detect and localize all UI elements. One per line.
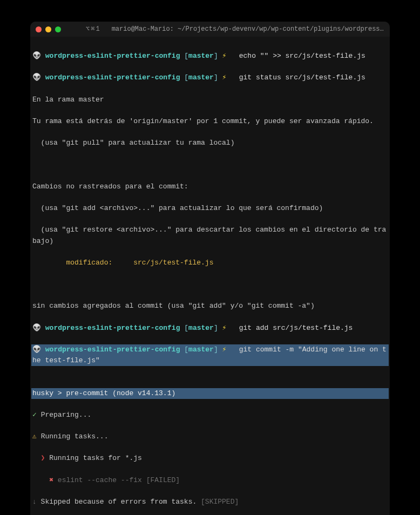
task-text: Running tasks... [37,432,109,441]
task-line: ↓ Skipped because of errors from tasks. … [31,497,389,507]
maximize-icon[interactable] [55,26,61,32]
lightning-icon: ⚡ [222,52,227,60]
prompt-dir: wordpress-eslint-prettier-config [45,52,180,60]
output-blank [31,160,389,171]
output-text: (usa "git restore <archivo>..." para des… [31,225,389,246]
branch-name: master [188,73,214,82]
task-text: Running tasks for *.js [45,454,141,462]
prompt-line: 👽 wordpress-eslint-prettier-config [mast… [31,72,389,83]
husky-line: husky > pre-commit (node v14.13.1) [31,388,389,399]
branch-close: ] [214,324,218,332]
alien-icon: 👽 [32,73,41,82]
task-line: ✓ Preparing... [31,410,389,421]
output-text: sin cambios agregados al commit (usa "gi… [31,301,389,311]
task-text: Skipped because of errors from tasks. [37,498,197,506]
branch-open: [ [184,324,188,332]
terminal-content[interactable]: 👽 wordpress-eslint-prettier-config [mast… [30,37,390,515]
prompt-line: 👽 wordpress-eslint-prettier-config [mast… [31,323,389,334]
branch-name: master [188,52,214,60]
branch-open: [ [184,52,188,60]
task-line: ✖ eslint --cache --fix [FAILED] [31,475,389,486]
shortcut-label: ⌥⌘1 [86,24,101,35]
window-title: mario@Mac-Mario: ~/Projects/wp-devenv/wp… [112,24,384,35]
modified-label: modificado: [32,259,133,267]
prompt-dir: wordpress-eslint-prettier-config [45,345,180,354]
command-text: git status src/js/test-file.js [239,73,365,82]
output-text: (usa "git add <archivo>..." para actuali… [31,203,389,214]
output-text: En la rama master [31,94,389,105]
alien-icon: 👽 [32,52,41,60]
window-controls [36,26,61,32]
branch-close: ] [214,345,218,354]
command-text: git add src/js/test-file.js [239,324,353,332]
eslint-cmd: eslint --cache --fix [53,476,142,484]
prompt-dir: wordpress-eslint-prettier-config [45,324,180,332]
prompt-line: 👽 wordpress-eslint-prettier-config [mast… [31,51,389,62]
prompt-line: 👽 wordpress-eslint-prettier-config [mast… [31,344,389,366]
task-line: ⚠ Running tasks... [31,431,389,442]
cross-icon: ✖ [49,476,53,484]
close-icon[interactable] [36,26,42,32]
prompt-dir: wordpress-eslint-prettier-config [45,73,180,82]
check-icon: ✓ [32,411,37,419]
branch-close: ] [214,52,218,60]
task-text: Preparing... [37,411,91,419]
titlebar: ⌥⌘1 mario@Mac-Mario: ~/Projects/wp-deven… [30,22,390,37]
branch-open: [ [184,73,188,82]
command-text: echo "" >> src/js/test-file.js [239,52,365,60]
task-line: ❯ Running tasks for *.js [31,453,389,464]
modified-file: modificado: src/js/test-file.js [31,258,389,268]
output-text: Tu rama está detrás de 'origin/master' p… [31,116,389,127]
skipped-label: [SKIPPED] [197,498,239,506]
alien-icon: 👽 [32,324,41,332]
minimize-icon[interactable] [45,26,51,32]
terminal-window: ⌥⌘1 mario@Mac-Mario: ~/Projects/wp-deven… [30,22,390,515]
failed-label: [FAILED] [142,476,180,484]
branch-open: [ [184,345,188,354]
alien-icon: 👽 [32,345,41,354]
branch-close: ] [214,73,218,82]
lightning-icon: ⚡ [222,73,227,82]
lightning-icon: ⚡ [222,324,227,332]
warn-icon: ⚠ [32,432,37,441]
branch-name: master [188,345,214,354]
output-text: Cambios no rastreados para el commit: [31,181,389,192]
branch-name: master [188,324,214,332]
modified-filename: src/js/test-file.js [133,259,213,267]
output-text: (usa "git pull" para actualizar tu rama … [31,138,389,148]
output-blank [31,279,389,290]
down-icon: ↓ [32,498,37,506]
